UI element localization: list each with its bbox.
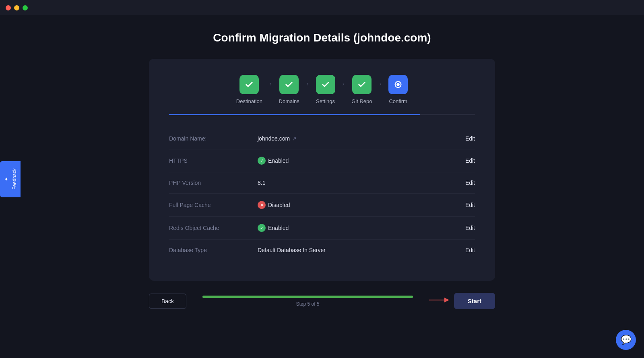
detail-row-domain: Domain Name: johndoe.com ↗ Edit: [169, 128, 475, 149]
dot-green[interactable]: [23, 5, 28, 10]
arrow-1: ›: [270, 81, 272, 87]
dot-yellow[interactable]: [14, 5, 19, 10]
step-gitrepo: Git Repo: [351, 75, 372, 104]
step-settings: Settings: [316, 75, 335, 104]
step-destination: Destination: [236, 75, 262, 104]
domain-name-link[interactable]: johndoe.com ↗: [258, 135, 297, 142]
detail-value-php: 8.1: [258, 180, 465, 186]
detail-label-db: Database Type: [169, 247, 258, 253]
step-label-domains: Domains: [279, 98, 299, 104]
detail-edit-https[interactable]: Edit: [465, 157, 475, 164]
start-button[interactable]: Start: [454, 293, 495, 309]
detail-edit-redis[interactable]: Edit: [465, 225, 475, 231]
svg-point-1: [397, 83, 399, 86]
step-icon-confirm: [388, 75, 408, 94]
page-title: Confirm Migration Details (johndoe.com): [213, 31, 431, 44]
cache-status-badge: ✕ Disabled: [258, 201, 290, 209]
arrow-4: ›: [380, 81, 382, 87]
detail-edit-cache[interactable]: Edit: [465, 202, 475, 208]
arrow-2: ›: [307, 81, 309, 87]
feedback-tab[interactable]: ✦ Feedback: [0, 161, 21, 197]
stepper-progress-line: [169, 114, 475, 115]
detail-edit-php[interactable]: Edit: [465, 180, 475, 186]
dot-red[interactable]: [6, 5, 11, 10]
cache-status-icon: ✕: [258, 201, 266, 209]
redis-status-badge: ✓ Enabled: [258, 224, 289, 232]
feedback-button[interactable]: ✦ Feedback: [0, 161, 21, 197]
bottom-bar: Back Step 5 of 5 Start: [149, 293, 495, 309]
detail-row-https: HTTPS ✓ Enabled Edit: [169, 149, 475, 172]
step-label-gitrepo: Git Repo: [351, 98, 372, 104]
progress-bar-area: Step 5 of 5: [186, 296, 429, 307]
detail-label-redis: Redis Object Cache: [169, 225, 258, 231]
step-label-confirm: Confirm: [389, 98, 407, 104]
card: Destination › Domains › Settings: [149, 59, 495, 281]
detail-value-https: ✓ Enabled: [258, 157, 465, 165]
step-label-settings: Settings: [316, 98, 335, 104]
redis-status-icon: ✓: [258, 224, 266, 232]
detail-label-domain: Domain Name:: [169, 135, 258, 142]
chat-button[interactable]: 💬: [616, 330, 636, 350]
cache-status-text: Disabled: [268, 202, 290, 208]
stepper-progress-fill: [169, 114, 420, 115]
redis-status-text: Enabled: [268, 225, 289, 231]
arrow-3: ›: [343, 81, 345, 87]
titlebar: [0, 0, 644, 15]
detail-value-domain: johndoe.com ↗: [258, 135, 465, 142]
feedback-label: Feedback: [12, 168, 17, 190]
detail-row-php: PHP Version 8.1 Edit: [169, 172, 475, 194]
external-link-icon: ↗: [292, 136, 297, 142]
detail-value-redis: ✓ Enabled: [258, 224, 465, 232]
detail-label-cache: Full Page Cache: [169, 202, 258, 208]
step-icon-gitrepo: [352, 75, 372, 94]
detail-label-https: HTTPS: [169, 157, 258, 164]
step-label-destination: Destination: [236, 98, 262, 104]
detail-edit-db[interactable]: Edit: [465, 247, 475, 253]
stepper: Destination › Domains › Settings: [169, 75, 475, 104]
step-domains: Domains: [279, 75, 299, 104]
arrow-indicator: [429, 296, 449, 306]
start-btn-area: Start: [429, 293, 495, 309]
detail-row-redis: Redis Object Cache ✓ Enabled Edit: [169, 217, 475, 240]
step-icon-destination: [239, 75, 259, 94]
detail-row-cache: Full Page Cache ✕ Disabled Edit: [169, 194, 475, 217]
svg-marker-3: [444, 298, 449, 302]
detail-row-db: Database Type Default Database In Server…: [169, 240, 475, 261]
details-table: Domain Name: johndoe.com ↗ Edit HTTPS ✓ …: [169, 128, 475, 261]
step-progress-label: Step 5 of 5: [296, 301, 319, 307]
domain-name-text: johndoe.com: [258, 135, 290, 142]
step-icon-domains: [279, 75, 299, 94]
detail-label-php: PHP Version: [169, 180, 258, 186]
progress-bar-track: [202, 296, 413, 298]
detail-value-cache: ✕ Disabled: [258, 201, 465, 209]
chat-icon: 💬: [621, 335, 632, 345]
main-content: Confirm Migration Details (johndoe.com) …: [0, 15, 644, 358]
detail-value-db: Default Database In Server: [258, 247, 465, 253]
step-confirm: Confirm: [388, 75, 408, 104]
progress-bar-fill: [202, 296, 413, 298]
https-status-badge: ✓ Enabled: [258, 157, 289, 165]
https-status-icon: ✓: [258, 157, 266, 165]
back-button[interactable]: Back: [149, 294, 186, 309]
step-icon-settings: [316, 75, 335, 94]
https-status-text: Enabled: [268, 157, 289, 164]
detail-edit-domain[interactable]: Edit: [465, 135, 475, 142]
